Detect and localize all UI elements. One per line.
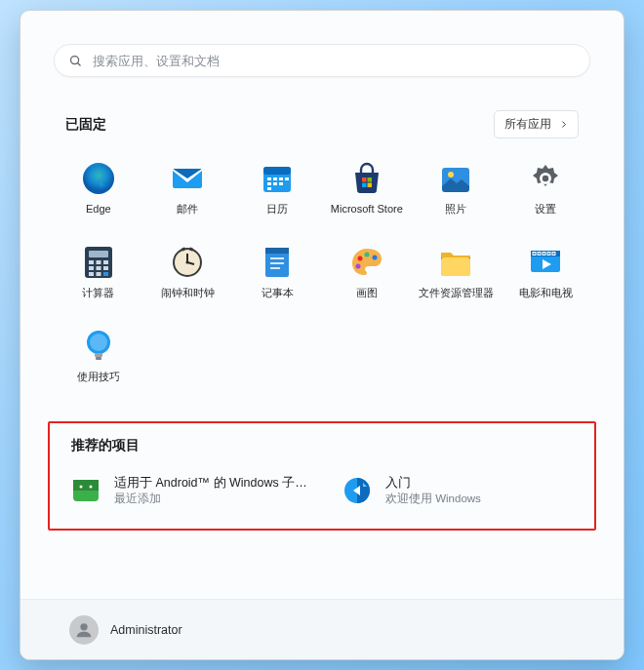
svg-point-0 [71,56,79,63]
all-apps-button[interactable]: 所有应用 [494,110,579,138]
svg-rect-58 [547,253,550,256]
app-tile-calendar[interactable]: 日历 [232,154,322,238]
app-tile-mail[interactable]: 邮件 [143,154,233,238]
app-tile-paint[interactable]: 画图 [322,238,412,322]
search-input[interactable] [93,54,576,68]
recommended-text: 适用于 Android™ 的 Windows 子系... 最近添加 [114,475,309,505]
edge-icon [80,160,117,197]
chevron-right-icon [559,120,568,129]
settings-icon [527,160,564,197]
app-label: 邮件 [177,203,198,216]
recommended-item-title: 入门 [385,475,481,491]
svg-rect-57 [543,253,545,256]
svg-point-38 [186,260,189,263]
paint-icon [348,244,385,281]
app-tile-tips[interactable]: 使用技巧 [54,322,143,406]
app-label: 照片 [445,203,466,216]
svg-rect-33 [96,272,101,276]
svg-point-46 [357,256,362,261]
svg-point-49 [355,264,360,269]
svg-rect-61 [95,353,102,357]
app-tile-store[interactable]: Microsoft Store [322,154,412,238]
recommended-item-wsa[interactable]: 适用于 Android™ 的 Windows 子系... 最近添加 [63,470,315,511]
search-icon [68,54,83,68]
user-avatar-icon [69,615,99,645]
app-label: 设置 [535,203,556,216]
app-tile-edge[interactable]: Edge [54,154,143,238]
search-box[interactable] [54,44,590,77]
calendar-icon [259,160,296,197]
svg-rect-51 [441,257,470,276]
clock-icon [169,244,206,281]
svg-rect-59 [552,253,555,256]
svg-rect-55 [533,253,536,256]
svg-rect-62 [96,357,101,360]
svg-point-47 [364,253,369,257]
svg-point-70 [80,623,87,630]
svg-rect-64 [73,480,99,491]
svg-point-21 [448,172,454,177]
svg-rect-12 [267,182,271,185]
start-menu-panel: 已固定 所有应用 Edge 邮件 [20,10,624,660]
svg-rect-30 [96,266,101,270]
start-menu-content: 已固定 所有应用 Edge 邮件 [20,11,624,599]
app-label: 日历 [266,203,288,216]
start-menu-footer: Administrator [20,599,624,659]
svg-rect-8 [267,177,271,180]
recommended-item-getstarted[interactable]: 入门 欢迎使用 Windows [335,470,581,511]
user-name-label: Administrator [110,623,182,637]
svg-rect-16 [362,177,367,182]
svg-rect-19 [367,183,372,188]
svg-rect-10 [279,177,283,180]
pinned-title: 已固定 [65,116,106,134]
app-tile-settings[interactable]: 设置 [501,154,590,238]
svg-rect-31 [103,266,108,270]
pinned-grid: Edge 邮件 日历 Microsoft Store [54,154,590,406]
svg-rect-28 [103,260,108,264]
svg-rect-11 [285,177,289,180]
recommended-grid: 适用于 Android™ 的 Windows 子系... 最近添加 入门 欢迎使… [63,470,581,511]
app-label: 闹钟和时钟 [161,287,215,299]
photos-icon [437,160,474,197]
svg-line-1 [78,62,81,65]
svg-rect-15 [267,187,271,190]
all-apps-label: 所有应用 [504,116,551,133]
calculator-icon [80,244,117,281]
svg-point-23 [543,176,548,181]
store-icon [348,160,385,197]
svg-rect-27 [96,260,101,264]
recommended-item-sub: 最近添加 [114,492,309,506]
getstarted-icon [341,474,374,507]
svg-point-48 [372,256,377,260]
app-label: 画图 [356,287,378,299]
app-tile-explorer[interactable]: 文件资源管理器 [412,238,502,322]
svg-rect-14 [279,182,283,185]
svg-rect-17 [367,177,372,182]
app-label: Edge [86,203,111,216]
svg-rect-34 [103,272,108,276]
svg-rect-42 [265,248,289,254]
recommended-item-sub: 欢迎使用 Windows [385,492,481,506]
movies-tv-icon [527,244,564,281]
svg-rect-7 [263,167,291,175]
svg-rect-18 [362,183,367,188]
wsa-icon [69,474,102,507]
file-explorer-icon [437,244,474,281]
notepad-icon [259,244,296,281]
app-tile-calculator[interactable]: 计算器 [54,238,143,322]
user-account-button[interactable]: Administrator [60,610,192,650]
app-tile-movies[interactable]: 电影和电视 [501,238,590,322]
recommended-section-highlight: 推荐的项目 适用于 Android™ 的 Windows 子系... 最近添加 [48,421,596,531]
svg-rect-9 [273,177,277,180]
app-label: Microsoft Store [331,203,403,216]
app-label: 计算器 [82,287,114,299]
recommended-title: 推荐的项目 [71,437,581,454]
svg-rect-32 [89,272,94,276]
app-tile-clock[interactable]: 闹钟和时钟 [143,238,233,322]
app-tile-notepad[interactable]: 记事本 [232,238,322,322]
svg-rect-25 [89,251,108,257]
tips-icon [80,328,117,365]
app-label: 使用技巧 [77,371,120,383]
app-label: 文件资源管理器 [419,287,494,299]
app-tile-photos[interactable]: 照片 [412,154,502,238]
